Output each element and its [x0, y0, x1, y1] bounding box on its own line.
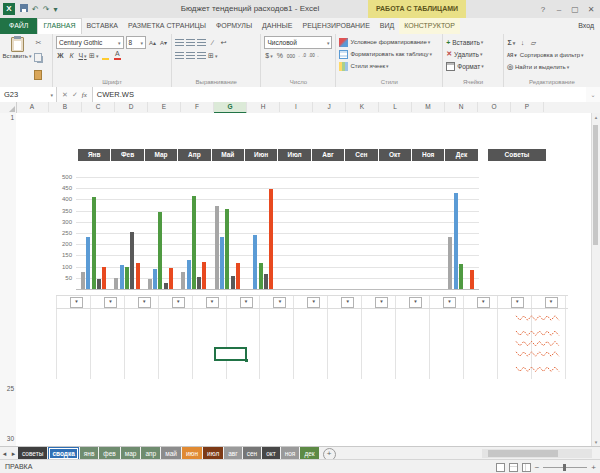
save-icon[interactable]	[20, 4, 28, 14]
fill-icon[interactable]: ↓	[518, 37, 527, 48]
filter-dropdown-icon[interactable]: ▼	[70, 297, 83, 308]
underline-button[interactable]: Ч	[78, 50, 87, 61]
normal-view-icon[interactable]	[496, 463, 505, 472]
align-bottom-icon[interactable]	[197, 39, 206, 46]
filter-dropdown-icon[interactable]: ▼	[545, 297, 558, 308]
filter-dropdown-icon[interactable]: ▼	[273, 297, 286, 308]
column-header-J[interactable]: J	[313, 102, 346, 112]
copy-icon[interactable]	[34, 48, 43, 66]
cancel-entry-icon[interactable]: ✕	[62, 91, 68, 99]
ribbon-tab-formulas[interactable]: ФОРМУЛЫ	[211, 18, 257, 34]
formula-input[interactable]: CWER.WS	[93, 87, 586, 102]
page-break-view-icon[interactable]	[522, 463, 531, 472]
fill-color-icon[interactable]	[100, 50, 110, 61]
row-header-25[interactable]: 25	[7, 385, 14, 392]
undo-icon[interactable]: ↶	[32, 5, 39, 14]
confirm-entry-icon[interactable]: ✓	[72, 91, 78, 99]
formula-bar-expand-icon[interactable]: ⌄	[586, 87, 600, 102]
restore-icon[interactable]: ▢	[568, 5, 582, 14]
align-center-icon[interactable]	[186, 52, 195, 59]
format-cells-button[interactable]: Формат	[446, 60, 500, 72]
ribbon-tab-review[interactable]: РЕЦЕНЗИРОВАНИЕ	[297, 18, 374, 34]
sign-in-link[interactable]: Вход	[578, 18, 594, 34]
filter-dropdown-icon[interactable]: ▼	[104, 297, 117, 308]
align-middle-icon[interactable]	[186, 39, 195, 46]
cut-icon[interactable]: ✂	[34, 37, 43, 48]
decrease-decimal-icon[interactable]: .00→	[308, 50, 319, 61]
italic-button[interactable]: К	[67, 50, 76, 61]
column-header-N[interactable]: N	[445, 102, 478, 112]
align-right-icon[interactable]	[197, 52, 206, 59]
filter-dropdown-icon[interactable]: ▼	[138, 297, 151, 308]
column-header-I[interactable]: I	[280, 102, 313, 112]
ribbon-tab-data[interactable]: ДАННЫЕ	[257, 18, 297, 34]
font-size-select[interactable]: 8▾	[126, 36, 146, 49]
column-header-K[interactable]: K	[346, 102, 379, 112]
filter-dropdown-icon[interactable]: ▼	[307, 297, 320, 308]
redo-icon[interactable]: ↷	[43, 5, 50, 14]
align-left-icon[interactable]	[175, 52, 184, 59]
name-box[interactable]: G23 ▾	[0, 87, 57, 102]
column-header-O[interactable]: O	[478, 102, 511, 112]
horizontal-scrollbar-thumb[interactable]	[488, 450, 558, 457]
font-name-select[interactable]: Century Gothic▾	[56, 36, 124, 49]
row-header-1[interactable]: 1	[10, 114, 14, 121]
shrink-font-icon[interactable]: A▾	[159, 37, 168, 48]
format-painter-icon[interactable]	[34, 66, 43, 84]
minimize-icon[interactable]: –	[552, 5, 566, 14]
column-header-C[interactable]: C	[82, 102, 115, 112]
zoom-in-icon[interactable]: +	[591, 463, 596, 472]
wrap-text-icon[interactable]: ↩	[219, 37, 228, 48]
insert-function-icon[interactable]: fx	[82, 91, 87, 99]
column-header-L[interactable]: L	[379, 102, 412, 112]
percent-format-icon[interactable]: %	[275, 50, 284, 61]
filter-dropdown-icon[interactable]: ▼	[477, 297, 490, 308]
row-header-30[interactable]: 30	[7, 435, 14, 442]
paste-button[interactable]: Вставить	[3, 36, 31, 85]
page-layout-view-icon[interactable]	[509, 463, 518, 472]
ribbon-tab-view[interactable]: ВИД	[375, 18, 399, 34]
column-header-P[interactable]: P	[511, 102, 544, 112]
help-icon[interactable]: ?	[536, 5, 550, 14]
zoom-slider[interactable]	[543, 467, 587, 468]
cell-styles-button[interactable]: Стили ячеек	[339, 60, 439, 72]
column-header-M[interactable]: M	[412, 102, 445, 112]
sort-filter-button[interactable]: АЯ▼ Сортировка и фильтр	[507, 49, 597, 61]
conditional-formatting-button[interactable]: Условное форматирование	[339, 36, 439, 48]
grow-font-icon[interactable]: A▴	[148, 37, 157, 48]
ribbon-tab-home[interactable]: ГЛАВНАЯ	[37, 18, 81, 35]
clear-icon[interactable]: ▱	[529, 37, 538, 48]
active-cell[interactable]	[214, 347, 247, 361]
column-header-F[interactable]: F	[181, 102, 214, 112]
filter-dropdown-icon[interactable]: ▼	[375, 297, 388, 308]
filter-dropdown-icon[interactable]: ▼	[206, 297, 219, 308]
horizontal-scrollbar[interactable]	[482, 449, 592, 458]
font-color-icon[interactable]: А	[112, 50, 122, 61]
insert-cells-button[interactable]: + Вставить	[446, 36, 500, 48]
orientation-icon[interactable]: ∕	[208, 37, 217, 48]
column-header-H[interactable]: H	[247, 102, 280, 112]
align-top-icon[interactable]	[175, 39, 184, 46]
filter-dropdown-icon[interactable]: ▼	[172, 297, 185, 308]
filter-dropdown-icon[interactable]: ▼	[240, 297, 253, 308]
column-header-D[interactable]: D	[115, 102, 148, 112]
select-all-corner[interactable]	[0, 102, 17, 113]
scroll-up-icon[interactable]: ▴	[592, 114, 600, 120]
delete-cells-button[interactable]: ✕ Удалить	[446, 48, 500, 60]
zoom-slider-thumb[interactable]	[563, 464, 566, 471]
qat-dropdown-icon[interactable]: ▾	[53, 5, 57, 14]
filter-dropdown-icon[interactable]: ▼	[511, 297, 524, 308]
format-as-table-button[interactable]: Форматировать как таблицу	[339, 48, 439, 60]
increase-decimal-icon[interactable]: ←.0	[297, 50, 306, 61]
ribbon-tab-file[interactable]: ФАЙЛ	[0, 18, 37, 34]
vertical-scrollbar-thumb[interactable]	[593, 125, 598, 245]
column-header-A[interactable]: A	[16, 102, 49, 112]
ribbon-tab-page-layout[interactable]: РАЗМЕТКА СТРАНИЦЫ	[123, 18, 211, 34]
autosum-icon[interactable]: Σ	[507, 37, 516, 48]
ribbon-tab-insert[interactable]: ВСТАВКА	[82, 18, 123, 34]
zoom-out-icon[interactable]: −	[535, 463, 540, 472]
thousands-format-icon[interactable]: 000	[286, 50, 295, 61]
bold-button[interactable]: Ж	[56, 50, 65, 61]
scroll-down-icon[interactable]: ▾	[592, 439, 600, 445]
merge-center-icon[interactable]: ⊞	[208, 50, 217, 61]
